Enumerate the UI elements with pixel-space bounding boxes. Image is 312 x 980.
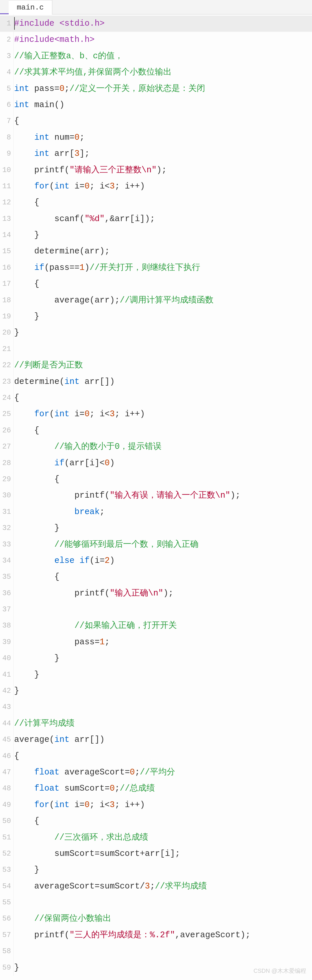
code-token: (i= (90, 556, 105, 565)
code-line[interactable]: } (14, 683, 312, 699)
code-token: ) (110, 458, 115, 468)
code-token (14, 621, 75, 630)
code-token: 3 (110, 181, 115, 191)
code-line[interactable]: } (14, 650, 312, 667)
code-token: sumScort=sumScort+arr[i]; (14, 849, 180, 859)
code-line[interactable] (14, 894, 312, 911)
code-token: } (14, 230, 39, 240)
code-line[interactable]: printf("请输入三个正整数\n"); (14, 162, 312, 178)
code-line[interactable]: else if(i=2) (14, 553, 312, 569)
code-line[interactable]: //如果输入正确，打开开关 (14, 618, 312, 634)
code-line[interactable]: float sumScort=0;//总成绩 (14, 781, 312, 797)
code-line[interactable] (14, 943, 312, 959)
code-token: int (64, 377, 80, 387)
code-line[interactable]: //三次循环，求出总成绩 (14, 830, 312, 846)
code-line[interactable] (14, 699, 312, 715)
code-line[interactable]: break; (14, 504, 312, 520)
line-number: 12 (0, 194, 13, 211)
code-token: } (14, 312, 39, 321)
code-line[interactable]: determine(int arr[]) (14, 374, 312, 390)
code-token: determine( (14, 377, 64, 387)
code-line[interactable]: average(int arr[]) (14, 732, 312, 748)
code-line[interactable] (14, 341, 312, 357)
code-line[interactable]: { (14, 423, 312, 439)
code-line[interactable]: #include <stdio.h> (14, 16, 312, 32)
code-line[interactable]: } (14, 520, 312, 536)
code-token: } (14, 523, 59, 533)
code-line[interactable]: sumScort=sumScort+arr[i]; (14, 846, 312, 862)
code-token: //输入正整数a、b、c的值， (14, 51, 123, 61)
code-token (14, 149, 34, 159)
code-token: //计算平均成绩 (14, 719, 75, 728)
code-line[interactable]: //输入的数小于0，提示错误 (14, 439, 312, 455)
code-line[interactable]: for(int i=0; i<3; i++) (14, 406, 312, 422)
code-line[interactable]: { (14, 813, 312, 829)
code-line[interactable]: //输入正整数a、b、c的值， (14, 48, 312, 64)
code-token: i= (69, 800, 84, 810)
code-line[interactable]: } (14, 862, 312, 878)
code-token: //保留两位小数输出 (34, 914, 112, 923)
code-line[interactable]: } (14, 667, 312, 683)
code-area[interactable]: #include <stdio.h>#include<math.h>//输入正整… (13, 14, 312, 976)
file-tab[interactable]: main.c (9, 0, 52, 14)
code-line[interactable]: averageScort=sumScort/3;//求平均成绩 (14, 878, 312, 894)
code-token: ; i< (90, 181, 110, 191)
code-line[interactable]: { (14, 113, 312, 129)
code-line[interactable]: int arr[3]; (14, 146, 312, 162)
code-line[interactable]: if(pass==1)//开关打开，则继续往下执行 (14, 260, 312, 276)
code-token: ); (157, 165, 167, 175)
code-line[interactable]: printf("输入有误，请输入一个正数\n"); (14, 488, 312, 504)
line-number: 30 (0, 488, 13, 504)
code-line[interactable]: printf("输入正确\n"); (14, 585, 312, 601)
line-number: 39 (0, 634, 13, 650)
code-token: ; i++) (115, 800, 145, 810)
code-token: { (14, 279, 39, 289)
code-token: ( (50, 181, 54, 191)
code-line[interactable]: //求其算术平均值,并保留两个小数位输出 (14, 64, 312, 81)
code-token: determine(arr); (14, 247, 110, 256)
code-line[interactable]: float averageScort=0;//平均分 (14, 764, 312, 781)
code-line[interactable]: printf("三人的平均成绩是：%.2f",averageScort); (14, 927, 312, 943)
code-line[interactable]: } (14, 325, 312, 341)
code-line[interactable]: { (14, 471, 312, 488)
code-line[interactable]: int main() (14, 97, 312, 113)
code-line[interactable]: { (14, 194, 312, 211)
code-line[interactable]: average(arr);//调用计算平均成绩函数 (14, 293, 312, 309)
code-token: int (54, 800, 69, 810)
code-line[interactable]: //判断是否为正数 (14, 357, 312, 374)
code-editor[interactable]: 1234567891011121314151617181920212223242… (0, 14, 312, 976)
code-line[interactable]: { (14, 569, 312, 585)
code-line[interactable]: determine(arr); (14, 243, 312, 259)
code-line[interactable]: { (14, 390, 312, 406)
code-token: averageScort= (59, 768, 130, 777)
code-token: ,&arr[i]); (105, 214, 155, 224)
code-line[interactable]: pass=1; (14, 634, 312, 650)
code-line[interactable]: { (14, 748, 312, 764)
line-number: 4 (0, 64, 13, 81)
code-line[interactable]: //计算平均成绩 (14, 716, 312, 732)
code-line[interactable]: } (14, 309, 312, 325)
code-token: else (54, 556, 75, 565)
code-line[interactable]: if(arr[i]<0) (14, 455, 312, 471)
code-line[interactable]: //能够循环到最后一个数，则输入正确 (14, 537, 312, 553)
code-token: arr[ (50, 149, 75, 159)
code-line[interactable]: int pass=0;//定义一个开关，原始状态是：关闭 (14, 81, 312, 97)
line-number: 37 (0, 601, 13, 618)
code-line[interactable]: } (14, 227, 312, 243)
code-line[interactable] (14, 601, 312, 618)
code-line[interactable]: #include<math.h> (14, 32, 312, 48)
code-token: ) (85, 263, 90, 272)
code-line[interactable]: for(int i=0; i<3; i++) (14, 178, 312, 194)
code-token: 0 (105, 458, 109, 468)
code-token: { (14, 474, 59, 484)
code-line[interactable]: for(int i=0; i<3; i++) (14, 797, 312, 813)
code-line[interactable]: scanf("%d",&arr[i]); (14, 211, 312, 227)
code-token: ; (135, 768, 140, 777)
code-line[interactable]: //保留两位小数输出 (14, 911, 312, 927)
code-token: scanf( (14, 214, 85, 224)
line-number: 18 (0, 293, 13, 309)
code-token: ; i< (90, 409, 110, 419)
code-line[interactable]: int num=0; (14, 130, 312, 146)
code-line[interactable]: { (14, 276, 312, 292)
code-token: 0 (110, 784, 115, 793)
